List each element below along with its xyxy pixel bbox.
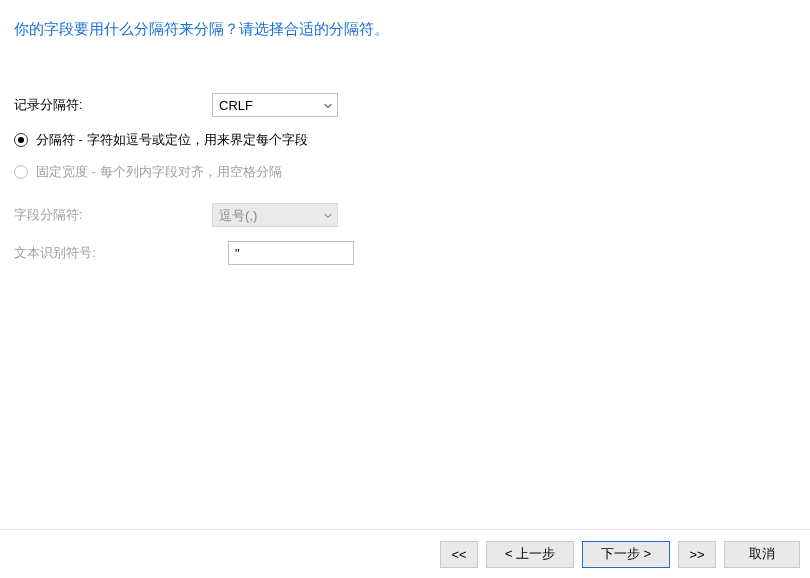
radio-delimiter-button[interactable]	[14, 133, 28, 147]
radio-fixed-width-label: 固定宽度 - 每个列内字段对齐，用空格分隔	[36, 163, 282, 181]
field-separator-label: 字段分隔符:	[14, 206, 212, 224]
record-separator-row: 记录分隔符: CRLF	[14, 93, 796, 117]
format-radio-group: 分隔符 - 字符如逗号或定位，用来界定每个字段 固定宽度 - 每个列内字段对齐，…	[14, 131, 796, 181]
field-separator-select: 逗号(,)	[212, 203, 338, 227]
first-button[interactable]: <<	[440, 541, 478, 568]
text-qualifier-label: 文本识别符号:	[14, 244, 228, 262]
radio-delimiter-label: 分隔符 - 字符如逗号或定位，用来界定每个字段	[36, 131, 308, 149]
cancel-button[interactable]: 取消	[724, 541, 800, 568]
text-qualifier-input[interactable]	[228, 241, 354, 265]
record-separator-label: 记录分隔符:	[14, 96, 212, 114]
radio-delimiter[interactable]: 分隔符 - 字符如逗号或定位，用来界定每个字段	[14, 131, 796, 149]
page-title: 你的字段要用什么分隔符来分隔？请选择合适的分隔符。	[14, 20, 796, 39]
next-button[interactable]: 下一步 >	[582, 541, 670, 568]
wizard-footer: << < 上一步 下一步 > >> 取消	[0, 529, 810, 578]
radio-fixed-width-button	[14, 165, 28, 179]
field-separator-row: 字段分隔符: 逗号(,)	[14, 203, 796, 227]
record-separator-select[interactable]: CRLF	[212, 93, 338, 117]
radio-fixed-width: 固定宽度 - 每个列内字段对齐，用空格分隔	[14, 163, 796, 181]
prev-button[interactable]: < 上一步	[486, 541, 574, 568]
last-button[interactable]: >>	[678, 541, 716, 568]
text-qualifier-row: 文本识别符号:	[14, 241, 796, 265]
